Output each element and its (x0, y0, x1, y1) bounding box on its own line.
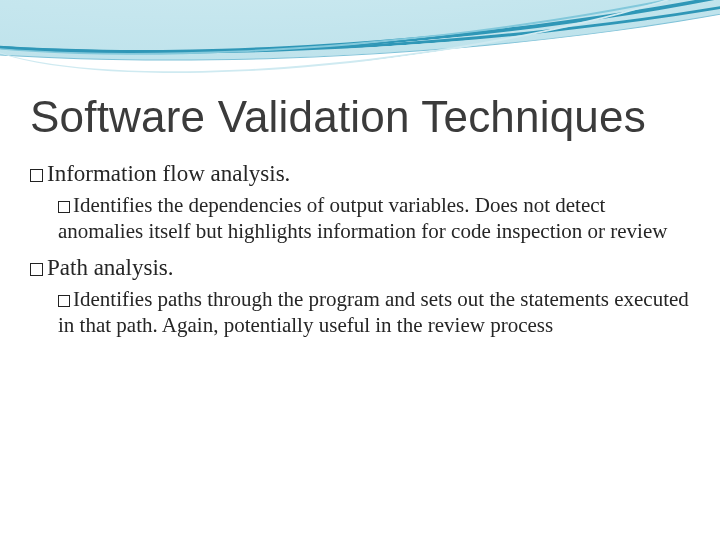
decorative-wave (0, 0, 720, 90)
slide-content: Software Validation Techniques Informati… (30, 92, 690, 348)
bullet-level1: Path analysis. (30, 254, 690, 282)
sub-bullet-item: Identifies paths through the program and… (58, 286, 690, 339)
bullet-item: Path analysis. (30, 254, 690, 282)
bullet-level1: Information flow analysis. (30, 160, 690, 188)
bullet-level2: Identifies the dependencies of output va… (30, 192, 690, 245)
square-bullet-icon (30, 169, 43, 182)
sub-bullet-text: Identifies the dependencies of output va… (58, 193, 667, 243)
square-bullet-icon (30, 263, 43, 276)
slide-title: Software Validation Techniques (30, 92, 690, 142)
sub-bullet-item: Identifies the dependencies of output va… (58, 192, 690, 245)
bullet-item: Information flow analysis. (30, 160, 690, 188)
square-bullet-icon (58, 295, 70, 307)
bullet-level2: Identifies paths through the program and… (30, 286, 690, 339)
square-bullet-icon (58, 201, 70, 213)
sub-bullet-text: Identifies paths through the program and… (58, 287, 689, 337)
bullet-text: Path analysis. (47, 255, 174, 280)
bullet-text: Information flow analysis. (47, 161, 290, 186)
